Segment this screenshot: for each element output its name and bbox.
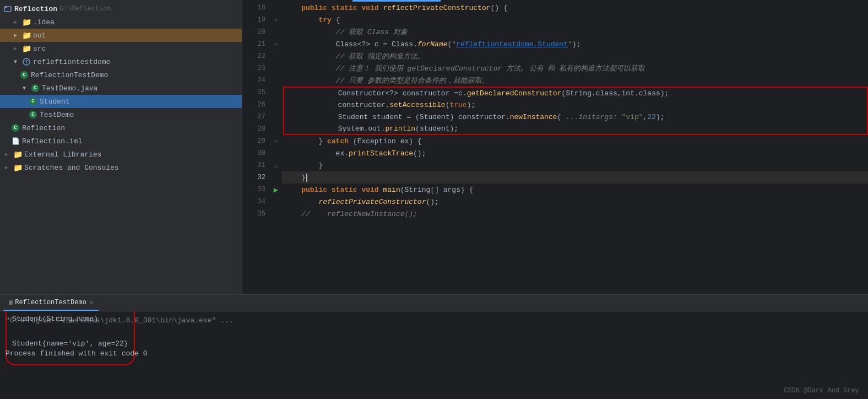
- project-path: G:\Reflection: [59, 5, 111, 13]
- gutter: ◇ ◇ ◇ △ ▶: [270, 2, 282, 294]
- code-line-34: reflectPrivateConstructor();: [282, 196, 868, 208]
- console-exit-text: Process finished with exit code 0: [6, 349, 147, 358]
- sidebar-item-testdemo[interactable]: C TestDemo: [0, 108, 242, 121]
- folder-icon-out: 📁: [22, 31, 31, 40]
- editor-scroll[interactable]: 18 19 20 21 22 23 24 25 26 27 28 29 30 3…: [242, 2, 868, 294]
- chevron-right-icon-src: ▶: [11, 44, 20, 53]
- code-line-31: }: [282, 159, 868, 171]
- code-line-29: } catch (Exception ex) {: [282, 135, 868, 147]
- class-icon-tdj: C: [31, 84, 40, 93]
- sidebar-label-pkg: refleftiontestdome: [33, 58, 110, 66]
- folder-icon-scratch: 📁: [13, 163, 22, 172]
- code-line-28: System.out.println(student);: [283, 123, 868, 135]
- code-line-20: // 获取 Class 对象: [282, 26, 868, 38]
- main-layout: Reflection G:\Reflection ▶ 📁 .idea ▶ 📁 o…: [0, 0, 868, 294]
- class-icon-r: C: [11, 123, 20, 132]
- sidebar-label-ext: External Libraries: [24, 150, 101, 159]
- sidebar-label-iml: Reflection.iml: [22, 137, 82, 145]
- code-line-24: // 只要 参数的类型是符合条件的，就能获取。: [282, 74, 868, 87]
- project-icon: [3, 4, 12, 13]
- chevron-down-icon-pkg: ▼: [11, 57, 20, 66]
- folder-icon-src: 📁: [22, 44, 31, 53]
- code-line-30: ex.printStackTrace();: [282, 147, 868, 159]
- code-line-27: Student student = (Student) constructor.…: [283, 111, 868, 123]
- console-tab-label: ReflectionTestDemo: [15, 299, 86, 306]
- code-line-21: Class<?> c = Class.forName("refleftionte…: [282, 38, 868, 50]
- chevron-right-icon: ▶: [11, 18, 20, 26]
- class-icon-student: C: [29, 97, 37, 106]
- chevron-down-icon-testdemo: ▼: [20, 84, 29, 93]
- sidebar-item-idea[interactable]: ▶ 📁 .idea: [0, 15, 242, 29]
- code-line-35: // reflectNewInstance();: [282, 208, 868, 220]
- sidebar-label-idea: .idea: [33, 18, 55, 26]
- chevron-right-icon-scratch: ▶: [2, 163, 11, 172]
- console-line-1: Student(String,name) Student{name='vip',…: [6, 326, 862, 337]
- sidebar-item-testdemo-java[interactable]: ▼ C TestDemo.java: [0, 82, 242, 95]
- line-numbers: 18 19 20 21 22 23 24 25 26 27 28 29 30 3…: [242, 2, 270, 294]
- project-name: Reflection: [14, 5, 57, 13]
- chevron-right-icon-ext: ▶: [2, 150, 11, 159]
- iml-icon: 📄: [11, 137, 20, 145]
- project-sidebar: Reflection G:\Reflection ▶ 📁 .idea ▶ 📁 o…: [0, 0, 242, 294]
- sidebar-label-rtd: ReflectionTestDemo: [31, 71, 108, 79]
- code-line-33: public static void main(String[] args) {: [282, 184, 868, 196]
- code-line-26: constructor.setAccessible(true);: [283, 99, 868, 111]
- sidebar-item-reflection-iml[interactable]: 📄 Reflection.iml: [0, 134, 242, 148]
- sidebar-label-tdj: TestDemo.java: [42, 84, 97, 93]
- watermark: CSDN @Dark And Grey: [784, 387, 859, 395]
- sidebar-item-out[interactable]: ▶ 📁 out: [0, 29, 242, 42]
- tab-close-button[interactable]: ✕: [90, 299, 94, 306]
- code-line-22: // 获取 指定的构造方法,: [282, 50, 868, 62]
- sidebar-label-scratch: Scratches and Consoles: [24, 164, 119, 172]
- editor-area: 18 19 20 21 22 23 24 25 26 27 28 29 30 3…: [242, 0, 868, 294]
- bottom-tabs: ▣ ReflectionTestDemo ✕: [0, 295, 868, 311]
- code-line-23: // 注意！ 我们使用 getDeclaredConstructor 方法, 公…: [282, 62, 868, 74]
- sidebar-item-scratches[interactable]: ▶ 📁 Scratches and Consoles: [0, 161, 242, 174]
- class-icon-td: C: [29, 110, 37, 119]
- run-arrow-icon[interactable]: ▶: [274, 185, 278, 195]
- package-icon: [22, 57, 31, 66]
- sidebar-item-refleftiontestdome[interactable]: ▼ refleftiontestdome: [0, 55, 242, 68]
- sidebar-item-reflection-class[interactable]: C Reflection: [0, 121, 242, 134]
- class-icon-rtd: C: [20, 71, 29, 79]
- sidebar-label-out: out: [33, 31, 46, 40]
- sidebar-item-ext-libs[interactable]: ▶ 📁 External Libraries: [0, 148, 242, 161]
- code-line-25: Constructor<?> constructor =c.getDeclare…: [283, 87, 868, 99]
- sidebar-label-rc: Reflection: [22, 124, 65, 132]
- folder-icon-idea: 📁: [22, 18, 31, 26]
- bottom-panel: ▣ ReflectionTestDemo ✕ "C:\Program Files…: [0, 294, 868, 399]
- chevron-right-icon-out: ▶: [11, 31, 20, 40]
- svg-rect-1: [4, 7, 7, 8]
- console-line-exit: Process finished with exit code 0: [6, 348, 862, 359]
- sidebar-item-src[interactable]: ▶ 📁 src: [0, 42, 242, 55]
- code-content[interactable]: public static void reflectPrivateConstru…: [282, 2, 868, 294]
- code-line-32: }: [282, 171, 868, 184]
- sidebar-item-student[interactable]: C Student: [0, 95, 242, 108]
- watermark-text: CSDN @Dark And Grey: [784, 387, 859, 395]
- sidebar-label-student: Student: [40, 98, 70, 106]
- code-line-19: try {: [282, 14, 868, 26]
- folder-icon-ext: 📁: [13, 150, 22, 159]
- sidebar-item-root[interactable]: Reflection G:\Reflection: [0, 2, 242, 15]
- console-tab[interactable]: ▣ ReflectionTestDemo ✕: [3, 295, 99, 311]
- console-output: "C:\Program Files\Java\jdk1.8.0_301\bin\…: [0, 311, 868, 399]
- sidebar-label-src: src: [33, 45, 46, 53]
- sidebar-item-reflectiontestdemo[interactable]: C ReflectionTestDemo: [0, 68, 242, 82]
- code-line-18: public static void reflectPrivateConstru…: [282, 2, 868, 14]
- sidebar-label-td: TestDemo: [40, 111, 74, 119]
